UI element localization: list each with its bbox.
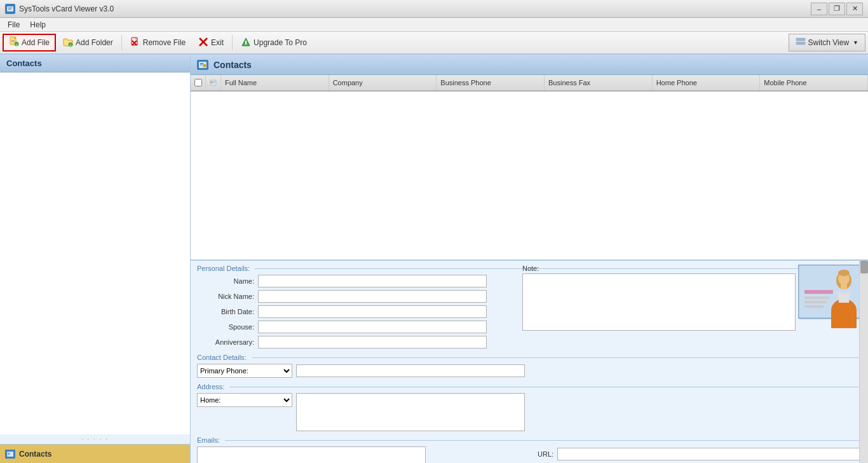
upgrade-label: Upgrade To Pro — [254, 38, 307, 47]
svg-rect-38 — [804, 305, 824, 308]
table-header: Full Name Company Business Phone Busines… — [191, 75, 868, 92]
address-type-select[interactable]: Home: Work: Other: — [197, 393, 292, 407]
avatar-container — [798, 265, 862, 335]
svg-rect-35 — [804, 290, 833, 294]
primary-phone-select[interactable]: Primary Phone: Home Phone: Work Phone: M… — [197, 364, 292, 378]
svg-rect-23 — [8, 453, 10, 453]
remove-file-label: Remove File — [143, 38, 186, 47]
svg-rect-26 — [200, 63, 203, 64]
menu-bar: File Help — [0, 18, 868, 32]
contact-details-header: Contact Details: — [197, 354, 862, 361]
details-scrollbar[interactable] — [859, 261, 868, 463]
exit-icon — [198, 37, 208, 49]
right-panel: Contacts Full Name Company Business Phon… — [191, 55, 868, 463]
details-panel: Personal Details: Name: Nick Name: Birth… — [191, 259, 868, 463]
exit-label: Exit — [211, 38, 224, 47]
svg-rect-5 — [11, 40, 15, 41]
nickname-input[interactable] — [258, 290, 487, 303]
contacts-footer-tab[interactable]: Contacts — [0, 444, 190, 463]
switch-view-label: Switch View — [808, 38, 849, 47]
table-body — [191, 92, 868, 232]
switch-view-chevron: ▼ — [853, 39, 858, 46]
scrollbar-thumb[interactable] — [860, 261, 868, 273]
contacts-header: Contacts — [191, 55, 868, 75]
close-button[interactable]: ✕ — [846, 3, 863, 15]
address-header: Address: — [197, 383, 862, 390]
remove-file-button[interactable]: Remove File — [125, 34, 191, 52]
contacts-tab-label: Contacts — [19, 450, 51, 459]
svg-point-30 — [211, 81, 213, 83]
anniversary-label: Anniversary: — [197, 338, 254, 346]
th-home-phone: Home Phone — [653, 75, 761, 90]
birthdate-label: Birth Date: — [197, 308, 254, 315]
th-checkbox[interactable] — [191, 75, 206, 90]
url-section: URL: — [531, 445, 868, 463]
name-input[interactable] — [258, 275, 487, 287]
svg-rect-19 — [245, 41, 247, 42]
anniversary-input[interactable] — [258, 336, 487, 349]
address-textarea[interactable] — [296, 393, 525, 431]
svg-rect-18 — [245, 42, 247, 45]
svg-rect-1 — [8, 8, 12, 8]
th-business-phone: Business Phone — [437, 75, 545, 90]
th-vcard-icon — [206, 75, 221, 90]
svg-text:+: + — [15, 43, 18, 46]
add-folder-label: Add Folder — [76, 38, 113, 47]
note-section: Note: — [522, 265, 796, 333]
address-row: Home: Work: Other: — [197, 393, 862, 431]
upgrade-button[interactable]: Upgrade To Pro — [235, 34, 313, 52]
left-panel-header: Contacts — [0, 55, 190, 73]
note-textarea[interactable] — [522, 273, 796, 331]
spouse-input[interactable] — [258, 321, 487, 333]
url-label: URL: — [538, 450, 553, 458]
nickname-label: Nick Name: — [197, 293, 254, 300]
primary-phone-input[interactable] — [296, 364, 525, 377]
name-label: Name: — [197, 277, 254, 285]
birthdate-input[interactable] — [258, 305, 487, 318]
th-company: Company — [329, 75, 437, 90]
left-panel-resize[interactable]: · · · · · — [0, 434, 190, 444]
menu-help[interactable]: Help — [25, 19, 51, 31]
svg-rect-24 — [8, 454, 10, 455]
contact-avatar — [798, 265, 862, 335]
contacts-header-title: Contacts — [214, 60, 252, 70]
svg-rect-32 — [214, 82, 215, 83]
title-controls: – ❐ ✕ — [811, 3, 863, 15]
left-panel-content[interactable] — [0, 73, 190, 434]
contacts-table[interactable]: Full Name Company Business Phone Busines… — [191, 75, 868, 259]
th-fullname: Full Name — [221, 75, 329, 90]
remove-file-icon — [130, 37, 140, 49]
svg-rect-21 — [796, 42, 805, 45]
svg-point-28 — [203, 64, 207, 67]
toolbar-sep-1 — [121, 35, 122, 50]
add-file-button[interactable]: + Add File — [3, 34, 56, 52]
select-all-checkbox[interactable] — [194, 79, 202, 86]
toolbar-right: Switch View ▼ — [789, 34, 865, 52]
switch-view-button[interactable]: Switch View ▼ — [789, 34, 865, 52]
title-text: SysTools vCard Viewer v3.0 — [19, 4, 114, 13]
minimize-button[interactable]: – — [811, 3, 827, 15]
svg-point-41 — [838, 270, 850, 276]
app-icon — [5, 4, 15, 14]
svg-rect-2 — [8, 9, 11, 10]
svg-rect-43 — [841, 284, 847, 289]
form-row-anniversary: Anniversary: — [197, 336, 862, 349]
svg-rect-6 — [11, 41, 15, 42]
svg-text:+: + — [69, 43, 72, 46]
exit-button[interactable]: Exit — [193, 34, 229, 52]
add-folder-button[interactable]: + Add Folder — [57, 34, 119, 52]
address-section: Address: Home: Work: Other: — [191, 380, 868, 431]
url-input[interactable] — [557, 448, 862, 460]
svg-rect-27 — [200, 64, 203, 65]
upgrade-icon — [241, 37, 251, 49]
menu-file[interactable]: File — [3, 19, 25, 31]
title-bar-left: SysTools vCard Viewer v3.0 — [5, 4, 114, 14]
th-mobile-phone: Mobile Phone — [760, 75, 868, 90]
svg-rect-31 — [214, 81, 216, 82]
title-bar: SysTools vCard Viewer v3.0 – ❐ ✕ — [0, 0, 868, 18]
emails-input[interactable] — [197, 446, 426, 463]
maximize-button[interactable]: ❐ — [829, 3, 845, 15]
toolbar-sep-2 — [232, 35, 233, 50]
contacts-header-icon — [197, 60, 208, 70]
spouse-label: Spouse: — [197, 323, 254, 331]
